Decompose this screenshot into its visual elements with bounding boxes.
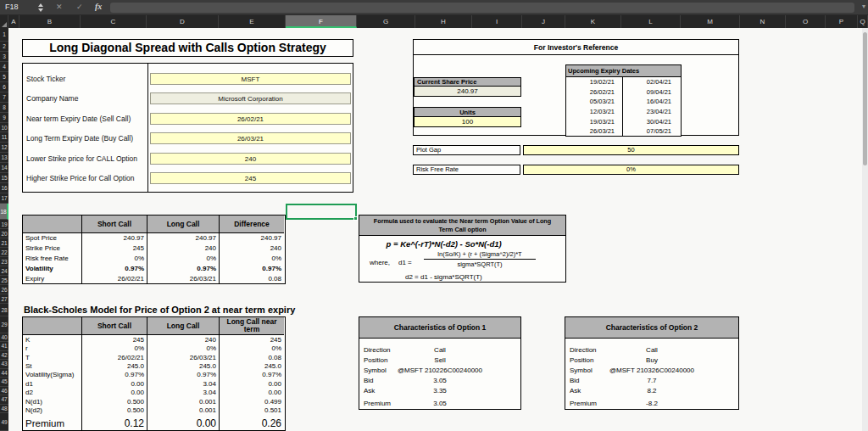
row-header-17[interactable]: 17 [0, 193, 8, 204]
opt2-row-direction: DirectionCall [565, 345, 738, 355]
row-header-26[interactable]: 26 [0, 285, 8, 294]
units-value[interactable]: 100 [414, 116, 521, 127]
opt1-value: Call [359, 345, 520, 355]
input-value-3[interactable]: 26/03/21 [150, 132, 351, 144]
row-header-42[interactable]: 42 [0, 351, 8, 360]
row-header-6[interactable]: 6 [0, 82, 8, 92]
name-box-spinner[interactable] [37, 3, 44, 13]
row-header-11[interactable]: 11 [0, 132, 8, 143]
column-header-C[interactable]: C [81, 15, 147, 28]
row-header-23[interactable]: 23 [0, 257, 8, 266]
expiry-date-cell: 19/02/21 [566, 77, 622, 87]
column-header-H[interactable]: H [415, 15, 472, 28]
selected-cell-F18[interactable] [286, 204, 357, 220]
row-header-41[interactable]: 41 [0, 342, 8, 350]
row-header-21[interactable]: 21 [0, 238, 8, 248]
risk-free-rate-value[interactable]: 0% [523, 165, 739, 175]
column-header-E[interactable]: E [219, 15, 286, 28]
row-header-9[interactable]: 9 [0, 113, 8, 123]
row-header-10[interactable]: 10 [0, 123, 8, 133]
row-header-46[interactable]: 46 [0, 387, 8, 395]
row-header-18[interactable]: 18 [0, 204, 8, 220]
column-header-Q[interactable]: Q [858, 15, 868, 28]
name-box[interactable]: F18 [5, 3, 19, 11]
row-header-14[interactable]: 14 [0, 163, 8, 173]
row-header-49[interactable]: 49 [0, 413, 8, 431]
row-header-40[interactable]: 40 [0, 333, 8, 342]
formula-box-header: Formula used to evaluate the Near term O… [359, 216, 565, 236]
row-header-44[interactable]: 44 [0, 369, 8, 378]
bs-table-cell: 3.04 [147, 379, 219, 388]
comparison-table: Short CallLong CallDifferenceSpot Price2… [22, 215, 286, 284]
input-value-4[interactable]: 240 [150, 153, 351, 165]
row-header-29[interactable]: 29 [0, 316, 8, 333]
row-header-4[interactable]: 4 [0, 62, 8, 72]
cmp-table-row-label: Risk free Rate [23, 254, 81, 264]
column-header-B[interactable]: B [19, 15, 81, 28]
opt1-row-bid: Bid3.05 [359, 376, 520, 386]
column-header-O[interactable]: O [786, 15, 826, 28]
black-scholes-title: Black-Scholes Model for Price of Option … [24, 305, 295, 315]
vertical-scrollbar[interactable] [862, 28, 868, 431]
spinner-down-icon[interactable] [38, 8, 43, 12]
row-header-45[interactable]: 45 [0, 378, 8, 386]
column-header-L[interactable]: L [621, 15, 681, 28]
vertical-scrollbar-thumb[interactable] [863, 32, 867, 165]
row-header-27[interactable]: 27 [0, 294, 8, 304]
row-header-8[interactable]: 8 [0, 103, 8, 113]
row-header-3[interactable]: 3 [0, 52, 8, 62]
column-header-G[interactable]: G [357, 15, 415, 28]
row-header-7[interactable]: 7 [0, 92, 8, 103]
bs-table-cell: 0.001 [147, 397, 219, 406]
formula-input[interactable] [110, 3, 854, 13]
fill-handle[interactable] [353, 216, 358, 221]
row-header-12[interactable]: 12 [0, 143, 8, 153]
row-header-47[interactable]: 47 [0, 395, 8, 404]
row-header-28[interactable]: 28 [0, 304, 8, 316]
enter-icon[interactable]: ✓ [76, 3, 83, 11]
input-value-1[interactable]: Microsoft Corporation [150, 92, 351, 104]
row-header-22[interactable]: 22 [0, 248, 8, 257]
input-value-5[interactable]: 245 [150, 172, 351, 184]
column-header-I[interactable]: I [472, 15, 522, 28]
input-value-2[interactable]: 26/02/21 [150, 113, 351, 125]
column-header-M[interactable]: M [681, 15, 740, 28]
option2-title: Characteristics of Option 2 [565, 317, 738, 339]
row-header-48[interactable]: 48 [0, 405, 8, 413]
plot-gap-value[interactable]: 50 [523, 145, 739, 155]
column-header-A[interactable]: A [8, 15, 19, 28]
insert-function-icon[interactable]: fx [95, 2, 102, 11]
spinner-up-icon[interactable] [38, 3, 43, 7]
formula-bar-expand-icon[interactable]: ▾ [862, 3, 865, 10]
investor-reference-title: For Investor's Reference [414, 40, 738, 55]
row-header-2[interactable]: 2 [0, 42, 8, 52]
column-header-K[interactable]: K [565, 15, 621, 28]
bs-table-row-label: St [23, 361, 81, 370]
cancel-icon[interactable]: ✕ [56, 3, 63, 11]
row-header-16[interactable]: 16 [0, 183, 8, 193]
row-header-20[interactable]: 20 [0, 229, 8, 238]
cmp-table-cell: 240 [147, 243, 219, 254]
bs-table-cell: 0.97% [147, 371, 219, 379]
select-all-corner[interactable] [0, 15, 8, 28]
row-header-43[interactable]: 43 [0, 360, 8, 368]
current-share-price-value[interactable]: 240.97 [414, 86, 521, 97]
row-header-15[interactable]: 15 [0, 173, 8, 183]
row-header-24[interactable]: 24 [0, 266, 8, 276]
row-header-25[interactable]: 25 [0, 276, 8, 285]
row-header-1[interactable]: 1 [0, 28, 8, 42]
input-value-0[interactable]: MSFT [150, 73, 351, 85]
row-header-5[interactable]: 5 [0, 72, 8, 82]
column-header-F[interactable]: F [286, 15, 357, 28]
row-header-19[interactable]: 19 [0, 220, 8, 229]
column-header-D[interactable]: D [147, 15, 219, 28]
row-header-13[interactable]: 13 [0, 153, 8, 163]
column-header-P[interactable]: P [826, 15, 858, 28]
column-header-J[interactable]: J [522, 15, 565, 28]
column-header-N[interactable]: N [740, 15, 786, 28]
bs-table-premium-cell: 0.12 [81, 415, 147, 431]
cmp-table-cell: 240.97 [81, 233, 147, 243]
input-table: Stock TickerMSFTCompany NameMicrosoft Co… [22, 63, 353, 193]
option2-box: Characteristics of Option 2 DirectionCal… [565, 316, 739, 410]
bs-table-row-label: d2 [23, 389, 81, 397]
